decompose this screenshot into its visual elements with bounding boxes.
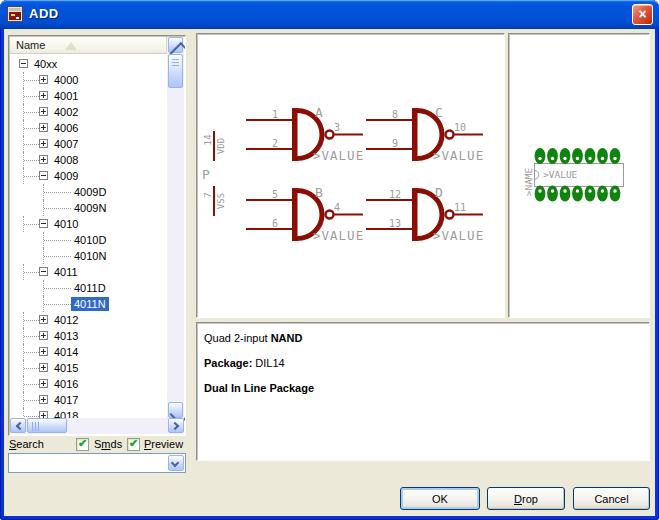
tree-item-4010D[interactable]: 4010D [12, 232, 167, 248]
scroll-left-icon[interactable] [10, 418, 26, 433]
smds-checkbox[interactable] [76, 438, 89, 451]
svg-text:11: 11 [454, 202, 466, 213]
svg-text:14: 14 [202, 134, 213, 146]
description-panel: Quad 2-input NAND Package: DIL14 Dual In… [196, 322, 650, 461]
tree-item-label: 4015 [51, 361, 81, 375]
svg-text:>VALUE: >VALUE [313, 148, 364, 163]
tree-item-4015[interactable]: 4015 [12, 360, 167, 376]
add-dialog-window: ADD × Name 40xx4000400140024006400740084… [0, 0, 659, 520]
scroll-right-icon[interactable] [168, 418, 184, 433]
expand-plus-icon[interactable] [39, 395, 48, 404]
tree-item-4009D[interactable]: 4009D [12, 184, 167, 200]
expand-plus-icon[interactable] [39, 363, 48, 372]
button-row: OK Drop Cancel [4, 487, 655, 516]
horizontal-scroll-thumb[interactable] [27, 418, 67, 433]
svg-text:2: 2 [272, 138, 278, 149]
tree-item-4009N[interactable]: 4009N [12, 200, 167, 216]
smds-checkbox-label[interactable]: Smds [94, 438, 122, 450]
drop-button[interactable]: Drop [487, 487, 565, 510]
svg-text:>VALUE: >VALUE [543, 169, 578, 180]
preview-checkbox-label[interactable]: Preview [144, 438, 183, 450]
dialog-body: Name 40xx4000400140024006400740084009400… [4, 29, 655, 516]
tree-item-label: 4009 [51, 169, 81, 183]
search-input[interactable] [12, 456, 165, 468]
svg-text:12: 12 [389, 189, 401, 200]
tree-item-label: 4017 [51, 393, 81, 407]
tree-item-4016[interactable]: 4016 [12, 376, 167, 392]
tree-item-4008[interactable]: 4008 [12, 152, 167, 168]
tree-item-4000[interactable]: 4000 [12, 72, 167, 88]
expand-plus-icon[interactable] [39, 107, 48, 116]
tree-item-4018[interactable]: 4018 [12, 408, 167, 418]
title-bar[interactable]: ADD × [0, 0, 659, 29]
expand-plus-icon[interactable] [39, 91, 48, 100]
svg-text:VDD: VDD [216, 138, 226, 154]
tree-item-4007[interactable]: 4007 [12, 136, 167, 152]
tree-item-label: 4018 [51, 409, 81, 418]
scroll-down-icon[interactable] [168, 402, 183, 418]
tree-item-4010N[interactable]: 4010N [12, 248, 167, 264]
tree-item-4006[interactable]: 4006 [12, 120, 167, 136]
description-title: Quad 2-input NAND [204, 332, 642, 344]
sort-ascending-icon [65, 42, 77, 50]
expand-plus-icon[interactable] [39, 155, 48, 164]
svg-text:5: 5 [272, 189, 278, 200]
search-combobox[interactable] [8, 453, 186, 473]
tree-item-label: 4002 [51, 105, 81, 119]
tree-item-label: 4010D [71, 233, 109, 247]
expand-plus-icon[interactable] [39, 75, 48, 84]
tree-item-4012[interactable]: 4012 [12, 312, 167, 328]
search-row: Search Smds Preview [8, 437, 186, 453]
library-tree-panel: Name 40xx4000400140024006400740084009400… [8, 35, 186, 436]
tree-item-4011[interactable]: 4011 [12, 264, 167, 280]
collapse-minus-icon[interactable] [39, 171, 48, 180]
description-package-type: Dual In Line Package [204, 382, 642, 394]
expand-plus-icon[interactable] [39, 315, 48, 324]
cancel-button[interactable]: Cancel [573, 487, 650, 510]
tree-item-4002[interactable]: 4002 [12, 104, 167, 120]
tree-item-4001[interactable]: 4001 [12, 88, 167, 104]
collapse-minus-icon[interactable] [39, 267, 48, 276]
tree-item-label: 4008 [51, 153, 81, 167]
tree-item-label: 4007 [51, 137, 81, 151]
combo-dropdown-icon[interactable] [168, 455, 184, 471]
expand-plus-icon[interactable] [39, 347, 48, 356]
collapse-minus-icon[interactable] [19, 59, 28, 68]
svg-text:7: 7 [202, 192, 213, 198]
vertical-scroll-thumb[interactable] [168, 54, 183, 88]
tree-item-label: 4010N [71, 249, 109, 263]
preview-checkbox[interactable] [127, 438, 140, 451]
tree-item-4011D[interactable]: 4011D [12, 280, 167, 296]
close-icon[interactable]: × [632, 4, 653, 25]
tree-item-label: 4011 [51, 265, 81, 279]
nand-gate-schematic: 1 2 3 A >VALUE 8 9 10 C >VALUE 5 6 4 B >… [197, 34, 504, 321]
tree-item-4013[interactable]: 4013 [12, 328, 167, 344]
tree-item-label: 4006 [51, 121, 81, 135]
tree-item-4010[interactable]: 4010 [12, 216, 167, 232]
svg-text:3: 3 [334, 122, 340, 133]
collapse-minus-icon[interactable] [39, 219, 48, 228]
expand-plus-icon[interactable] [39, 331, 48, 340]
tree-vertical-scrollbar[interactable] [167, 37, 184, 418]
tree-item-label: 4013 [51, 329, 81, 343]
svg-text:P: P [202, 167, 210, 182]
tree-item-4011N[interactable]: 4011N [12, 296, 167, 312]
svg-text:>VALUE: >VALUE [313, 228, 364, 243]
tree-column-header-name[interactable]: Name [10, 37, 167, 54]
app-icon [7, 6, 23, 22]
tree-item-4014[interactable]: 4014 [12, 344, 167, 360]
package-preview-panel: >VALUE>NAME [508, 33, 650, 318]
expand-plus-icon[interactable] [39, 379, 48, 388]
expand-plus-icon[interactable] [39, 123, 48, 132]
tree-item-40xx[interactable]: 40xx [12, 56, 167, 72]
expand-plus-icon[interactable] [39, 139, 48, 148]
tree-horizontal-scrollbar[interactable] [10, 418, 184, 434]
ok-button[interactable]: OK [400, 487, 480, 510]
tree-item-4009[interactable]: 4009 [12, 168, 167, 184]
scroll-up-icon[interactable] [168, 37, 183, 53]
expand-plus-icon[interactable] [39, 411, 48, 418]
parts-tree: 40xx40004001400240064007400840094009D400… [10, 54, 167, 418]
tree-item-4017[interactable]: 4017 [12, 392, 167, 408]
tree-item-label: 4016 [51, 377, 81, 391]
svg-text:A: A [315, 105, 323, 120]
